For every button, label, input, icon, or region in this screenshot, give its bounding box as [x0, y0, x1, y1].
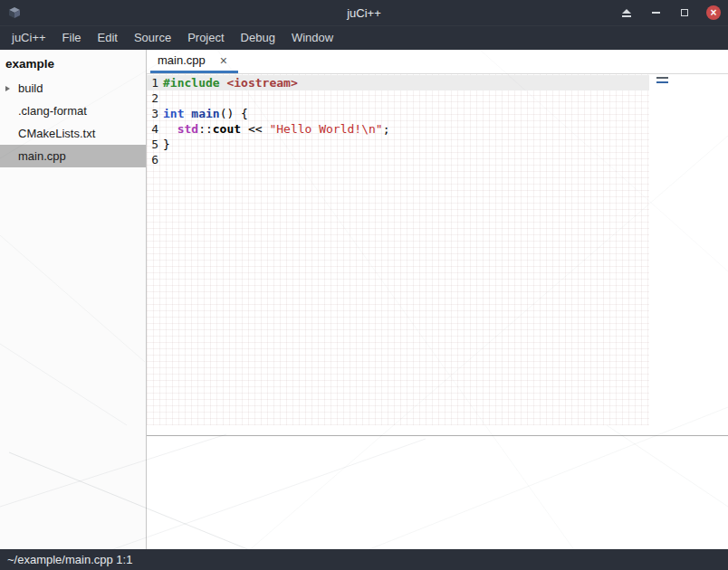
menu-item-project[interactable]: Project [179, 26, 232, 49]
code-editor[interactable]: 1#include <iostream>23int main() {4 std:… [147, 74, 728, 435]
expander-icon[interactable] [5, 86, 18, 91]
code-token: std [177, 122, 198, 136]
window-controls: × [619, 5, 721, 20]
code-token: main [191, 107, 219, 120]
code-line-1[interactable]: 1#include <iostream> [147, 75, 649, 90]
tree-item-label: CMakeLists.txt [18, 127, 95, 140]
restore-button[interactable] [677, 5, 692, 20]
tab-label: main.cpp [158, 53, 206, 67]
code-token: << [241, 122, 269, 136]
line-text: #include <iostream> [158, 75, 298, 90]
tab-bar: main.cpp × [147, 50, 728, 74]
line-number: 6 [149, 152, 158, 167]
code-lines: 1#include <iostream>23int main() {4 std:… [147, 75, 649, 167]
code-line-5[interactable]: 5} [147, 137, 649, 152]
tree-item-label: .clang-format [18, 104, 87, 118]
menu-item-juci-[interactable]: juCi++ [4, 26, 54, 49]
eject-icon [622, 9, 631, 14]
tree-item--clang-format[interactable]: .clang-format [0, 100, 146, 122]
line-number: 2 [149, 90, 158, 106]
code-line-2[interactable]: 2 [147, 90, 649, 106]
app-logo-icon [7, 5, 24, 20]
line-text: } [158, 137, 170, 152]
code-token: ; [383, 122, 390, 136]
menu-item-file[interactable]: File [54, 26, 90, 49]
overview-mark [656, 77, 668, 79]
code-token: #include [163, 76, 220, 90]
line-number: 3 [149, 106, 158, 121]
tree-item-label: main.cpp [18, 149, 66, 163]
minimize-icon [652, 12, 660, 14]
code-token: :: [198, 122, 213, 136]
app-window: juCi++ × juCi++FileEditSourceProjectDebu… [0, 0, 728, 570]
overview-ruler [656, 77, 668, 86]
restore-icon [681, 9, 688, 16]
code-token: "Hello World!\n" [269, 122, 382, 136]
code-token [163, 122, 177, 136]
menu-item-edit[interactable]: Edit [90, 26, 126, 49]
code-token: () { [220, 107, 248, 120]
minimize-button[interactable] [648, 5, 663, 20]
output-panel [147, 436, 728, 549]
file-tree: build.clang-formatCMakeLists.txtmain.cpp [0, 77, 146, 167]
content-area: example build.clang-formatCMakeLists.txt… [0, 50, 728, 549]
project-root-label: example [0, 50, 146, 77]
code-token: } [163, 138, 170, 151]
line-number: 5 [149, 137, 158, 152]
menu-bar: juCi++FileEditSourceProjectDebugWindow [0, 25, 728, 50]
close-button[interactable]: × [706, 5, 721, 20]
menu-item-debug[interactable]: Debug [233, 26, 283, 49]
line-number: 1 [149, 75, 158, 90]
editor-pane: main.cpp × 1#include <iostream>23int mai… [147, 50, 728, 549]
line-number: 4 [149, 121, 158, 137]
title-bar[interactable]: juCi++ × [0, 0, 728, 25]
tree-item-build[interactable]: build [0, 77, 146, 100]
code-line-4[interactable]: 4 std::cout << "Hello World!\n"; [147, 121, 649, 137]
menu-item-window[interactable]: Window [283, 26, 341, 49]
line-text: int main() { [158, 106, 248, 121]
line-text [158, 90, 163, 106]
file-tree-panel: example build.clang-formatCMakeLists.txt… [0, 50, 147, 549]
tree-item-main-cpp[interactable]: main.cpp [0, 145, 146, 167]
tab-close-icon[interactable]: × [220, 54, 227, 67]
menu-item-source[interactable]: Source [126, 26, 179, 49]
status-text: ~/example/main.cpp 1:1 [7, 553, 132, 566]
code-line-3[interactable]: 3int main() { [147, 106, 649, 121]
tab-main-cpp[interactable]: main.cpp × [150, 50, 238, 73]
code-token: cout [213, 122, 241, 136]
overview-mark [656, 81, 668, 83]
code-line-6[interactable]: 6 [147, 152, 649, 167]
line-text [158, 152, 163, 167]
tree-item-cmakelists-txt[interactable]: CMakeLists.txt [0, 122, 146, 145]
line-text: std::cout << "Hello World!\n"; [158, 121, 389, 137]
code-token: <iostream> [226, 76, 297, 90]
status-bar: ~/example/main.cpp 1:1 [0, 549, 728, 570]
keep-above-button[interactable] [619, 5, 634, 20]
code-token: int [163, 107, 184, 120]
tree-item-label: build [18, 81, 43, 95]
